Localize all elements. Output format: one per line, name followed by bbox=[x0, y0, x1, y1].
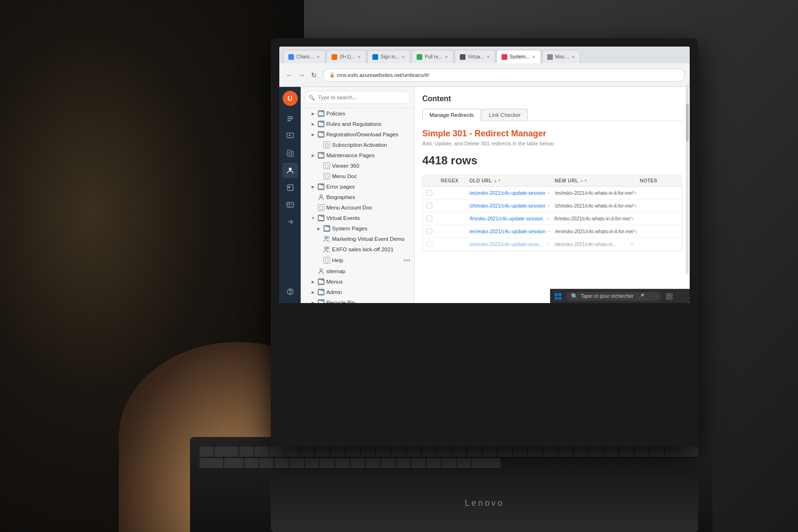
tree-label-biographies: Biographies bbox=[326, 194, 355, 200]
expand-arrow-registration[interactable]: ▶ bbox=[310, 132, 316, 137]
table-row-4[interactable]: /en/esko-2021/c4c-update-session → /en/e… bbox=[423, 225, 682, 238]
url-input[interactable]: 🔒 cms-exfo.azurewebsites.net/umbraco/#/ bbox=[323, 68, 685, 82]
expand-arrow-recyclebin[interactable]: ▶ bbox=[310, 300, 316, 303]
tree-item-maintenance[interactable]: ▶ Maintenance Pages bbox=[301, 150, 414, 161]
tree-item-biographies[interactable]: ▶ Biographies bbox=[301, 192, 414, 202]
tab-manage-redirects[interactable]: Manage Redirects bbox=[422, 109, 481, 121]
tree-item-virtualevents[interactable]: ▼ Virtual Events bbox=[301, 213, 414, 223]
app-area: U bbox=[279, 87, 690, 303]
expand-arrow-menus[interactable]: ▶ bbox=[310, 279, 316, 285]
tree-item-rules[interactable]: ▶ Rules and Regulations bbox=[301, 119, 414, 129]
browser-tab-2[interactable]: (9+1)... ✕ bbox=[326, 50, 366, 63]
tree-item-sitemap[interactable]: ▶ sitemap bbox=[301, 266, 414, 276]
row-arrow-1: → bbox=[545, 190, 555, 196]
table-row-1[interactable]: /es/esko-2021/c4c-update-session → /es/e… bbox=[423, 187, 682, 200]
tab-close-active[interactable]: ✕ bbox=[532, 55, 536, 59]
tree-item-menudoc[interactable]: ▶ Menu Doc bbox=[301, 171, 414, 181]
sidebar-icon-forms[interactable] bbox=[283, 180, 298, 195]
tree-item-help[interactable]: ▶ Help ••• bbox=[301, 255, 414, 266]
browser-tab-4[interactable]: Pull re... ✕ bbox=[411, 50, 454, 63]
tab-favicon-7 bbox=[547, 54, 553, 60]
expand-arrow-maintenance[interactable]: ▶ bbox=[310, 152, 316, 158]
col-header-oldurl[interactable]: OLD URL ▲▼ bbox=[469, 178, 545, 183]
svg-rect-13 bbox=[325, 143, 328, 147]
row-edit-5[interactable]: ✎ bbox=[630, 242, 640, 247]
svg-point-20 bbox=[325, 237, 327, 239]
sidebar-icon-arrow[interactable] bbox=[283, 214, 298, 229]
tab-close-4[interactable]: ✕ bbox=[445, 55, 448, 59]
svg-point-12 bbox=[290, 294, 291, 294]
tree-item-marketingvirtual[interactable]: ▶ Marketing Virtual Event Demo bbox=[301, 234, 414, 244]
expand-arrow-rules[interactable]: ▶ bbox=[310, 121, 316, 127]
tree-label-exfosales: EXFO sales kick-off 2021 bbox=[332, 247, 394, 252]
back-button[interactable]: ← bbox=[284, 70, 294, 80]
folder-icon-rules bbox=[318, 121, 324, 127]
tab-favicon-3 bbox=[372, 54, 378, 60]
sidebar-icon-help[interactable] bbox=[283, 284, 298, 299]
row-checkbox-3[interactable] bbox=[427, 216, 432, 221]
browser-chrome: Chanc... ✕ (9+1)... ✕ Sign in... ✕ Pull … bbox=[279, 47, 690, 87]
table-row-2[interactable]: /zh/esko-2021/c4c-update-session → /zh/e… bbox=[423, 200, 682, 212]
sidebar-icon-content[interactable] bbox=[283, 112, 298, 127]
redirect-manager-subtitle: Add, Update, and Delete 301 redirects in… bbox=[422, 141, 682, 146]
expand-arrow-admin[interactable]: ▶ bbox=[310, 289, 316, 295]
reload-button[interactable]: ↻ bbox=[309, 70, 319, 80]
row-checkbox-5[interactable] bbox=[427, 241, 432, 247]
sidebar-icon-users[interactable] bbox=[283, 163, 298, 178]
browser-tab-5[interactable]: Virtua... ✕ bbox=[455, 50, 495, 63]
tab-close-3[interactable]: ✕ bbox=[401, 55, 405, 59]
row-edit-1[interactable]: ✎ bbox=[633, 190, 643, 196]
sidebar-icon-media[interactable] bbox=[283, 129, 298, 144]
tree-item-systempages[interactable]: ▶ System Pages bbox=[301, 223, 414, 234]
expand-arrow-errorpages[interactable]: ▶ bbox=[310, 184, 316, 190]
svg-point-5 bbox=[289, 168, 292, 171]
taskbar-search-icon: 🔍 bbox=[571, 293, 578, 300]
tree-item-menuaccountdoc[interactable]: ▶ Menu Account Doc bbox=[301, 202, 414, 213]
browser-tab-3[interactable]: Sign in... ✕ bbox=[367, 50, 410, 63]
tree-item-errorpages[interactable]: ▶ Error pages bbox=[301, 181, 414, 192]
windows-start-button[interactable] bbox=[554, 292, 562, 301]
row-newurl-1: /es/esko-2021/c4c-whats-in-it-for-me/ bbox=[555, 190, 633, 196]
tree-item-viewer360[interactable]: ▶ Viewer 360 bbox=[301, 161, 414, 171]
tree-item-policies[interactable]: ▶ Policies bbox=[301, 108, 414, 119]
row-edit-3[interactable]: ✎ bbox=[630, 216, 640, 221]
tree-item-menus[interactable]: ▶ Menus bbox=[301, 276, 414, 287]
tree-label-sitemap: sitemap bbox=[326, 268, 345, 274]
taskbar-task-view[interactable] bbox=[665, 292, 674, 301]
row-checkbox-1[interactable] bbox=[427, 190, 432, 196]
browser-tab-7[interactable]: Misc... ✕ bbox=[542, 50, 580, 63]
redirects-table: REGEX OLD URL ▲▼ NEW URL ▲▼ NOTES bbox=[422, 175, 682, 251]
search-input[interactable] bbox=[304, 91, 410, 104]
col-header-newurl[interactable]: NEW URL ▲▼ bbox=[555, 178, 631, 183]
tab-close-5[interactable]: ✕ bbox=[486, 55, 490, 59]
sidebar-icon-settings[interactable] bbox=[283, 146, 298, 161]
tab-close-2[interactable]: ✕ bbox=[357, 55, 361, 59]
browser-tab-active[interactable]: System... ✕ bbox=[496, 50, 541, 63]
table-row-5[interactable]: /es/esko-2021/c4c-update-sess... → /de/e… bbox=[423, 238, 682, 251]
row-checkbox-4[interactable] bbox=[427, 228, 432, 234]
windows-taskbar: 🔍 Taper ici pour rechercher 🎤 E 🦊 e 📁 Ps bbox=[550, 289, 690, 303]
expand-arrow-policies[interactable]: ▶ bbox=[310, 111, 316, 116]
tab-close-7[interactable]: ✕ bbox=[571, 55, 575, 59]
col-header-regex[interactable]: REGEX bbox=[441, 178, 469, 183]
tree-item-admin[interactable]: ▶ Admin bbox=[301, 287, 414, 297]
sidebar-icon-tables[interactable] bbox=[283, 197, 298, 212]
tree-item-exfosales[interactable]: ▶ EXFO sales kick-off 2021 bbox=[301, 244, 414, 255]
tree-item-recyclebin[interactable]: ▶ Recycle Bin bbox=[301, 297, 414, 303]
expand-arrow-systempages[interactable]: ▶ bbox=[316, 226, 322, 231]
tree-item-registration[interactable]: ▶ Registration/Download Pages bbox=[301, 129, 414, 140]
row-edit-4[interactable]: ✎ bbox=[634, 229, 643, 234]
table-row-3[interactable]: /fr/esko-2021/c4c-update-session → /fr/e… bbox=[423, 212, 682, 225]
expand-arrow-virtualevents[interactable]: ▼ bbox=[310, 215, 316, 221]
tree-item-subscription[interactable]: ▶ Subscription Activation bbox=[301, 140, 414, 150]
forward-button[interactable]: → bbox=[296, 70, 307, 80]
browser-tab-1[interactable]: Chanc... ✕ bbox=[283, 50, 325, 63]
tree-label-marketingvirtual: Marketing Virtual Event Demo bbox=[332, 236, 405, 242]
more-options-help[interactable]: ••• bbox=[403, 256, 410, 264]
taskbar-search-bar[interactable]: 🔍 Taper ici pour rechercher 🎤 bbox=[566, 292, 661, 301]
row-edit-2[interactable]: ✎ bbox=[633, 203, 643, 209]
tab-link-checker[interactable]: Link Checker bbox=[482, 109, 528, 121]
row-checkbox-2[interactable] bbox=[427, 203, 432, 209]
tab-close-1[interactable]: ✕ bbox=[316, 55, 320, 59]
svg-rect-1 bbox=[287, 118, 293, 119]
